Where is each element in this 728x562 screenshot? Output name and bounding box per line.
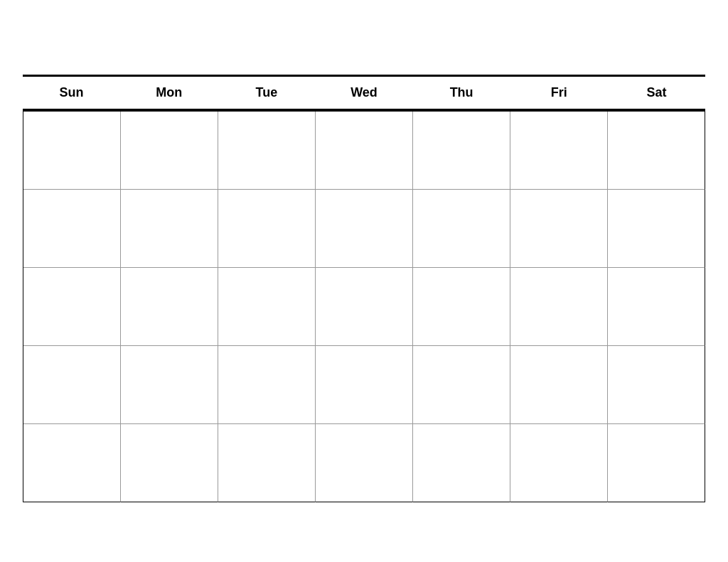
- table-row[interactable]: [121, 112, 218, 190]
- table-row[interactable]: [121, 424, 218, 502]
- day-header-tue: Tue: [218, 77, 315, 109]
- table-row[interactable]: [413, 346, 510, 424]
- table-row[interactable]: [218, 424, 316, 502]
- table-row[interactable]: [121, 346, 218, 424]
- table-row[interactable]: [316, 112, 413, 190]
- table-row[interactable]: [121, 190, 218, 268]
- table-row[interactable]: [510, 346, 608, 424]
- calendar-header: Sun Mon Tue Wed Thu Fri Sat: [23, 75, 705, 111]
- table-row[interactable]: [23, 190, 121, 268]
- table-row[interactable]: [608, 346, 705, 424]
- table-row[interactable]: [608, 190, 705, 268]
- table-row[interactable]: [413, 424, 510, 502]
- day-header-sat: Sat: [608, 77, 705, 109]
- table-row[interactable]: [413, 268, 510, 346]
- table-row[interactable]: [608, 424, 705, 502]
- table-row[interactable]: [316, 268, 413, 346]
- table-row[interactable]: [23, 346, 121, 424]
- calendar: Sun Mon Tue Wed Thu Fri Sat: [23, 60, 705, 502]
- table-row[interactable]: [218, 268, 316, 346]
- table-row[interactable]: [316, 190, 413, 268]
- table-row[interactable]: [23, 424, 121, 502]
- table-row[interactable]: [608, 112, 705, 190]
- table-row[interactable]: [510, 268, 608, 346]
- table-row[interactable]: [413, 112, 510, 190]
- table-row[interactable]: [218, 190, 316, 268]
- table-row[interactable]: [510, 424, 608, 502]
- table-row[interactable]: [23, 268, 121, 346]
- day-header-thu: Thu: [413, 77, 510, 109]
- table-row[interactable]: [316, 346, 413, 424]
- table-row[interactable]: [218, 112, 316, 190]
- table-row[interactable]: [608, 268, 705, 346]
- calendar-grid: [23, 111, 705, 502]
- day-header-sun: Sun: [23, 77, 120, 109]
- table-row[interactable]: [510, 190, 608, 268]
- table-row[interactable]: [316, 424, 413, 502]
- table-row[interactable]: [413, 190, 510, 268]
- table-row[interactable]: [23, 112, 121, 190]
- table-row[interactable]: [510, 112, 608, 190]
- table-row[interactable]: [121, 268, 218, 346]
- day-header-mon: Mon: [120, 77, 218, 109]
- day-header-fri: Fri: [510, 77, 608, 109]
- table-row[interactable]: [218, 346, 316, 424]
- day-header-wed: Wed: [315, 77, 412, 109]
